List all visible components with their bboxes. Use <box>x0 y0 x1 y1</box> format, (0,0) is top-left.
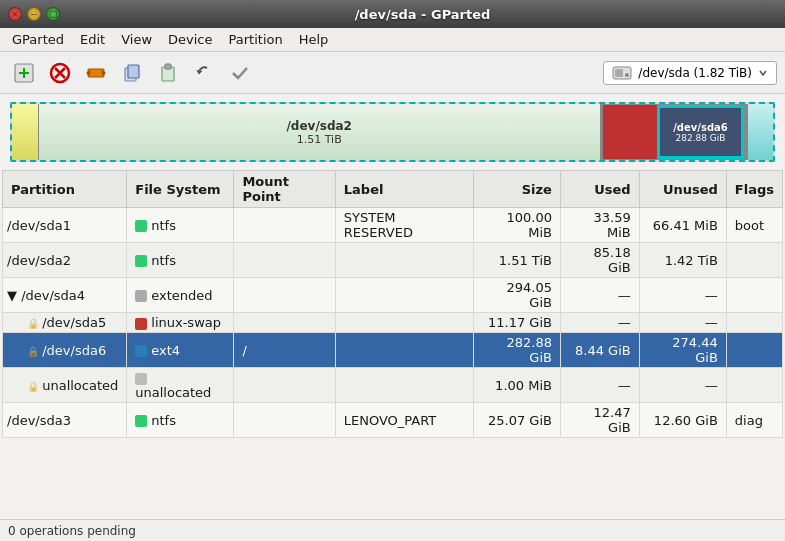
minimize-button[interactable]: − <box>27 7 41 21</box>
partition-table-container: Partition File System Mount Point Label … <box>2 170 783 519</box>
svg-rect-6 <box>88 69 104 77</box>
device-selector[interactable]: /dev/sda (1.82 TiB) <box>603 61 777 85</box>
table-row[interactable]: /dev/sda3ntfsLENOVO_PART25.07 GiB12.47 G… <box>3 403 783 438</box>
cell-filesystem: ext4 <box>127 333 234 368</box>
cell-unused: 1.42 TiB <box>639 243 726 278</box>
table-row[interactable]: 🔒 unallocatedunallocated1.00 MiB—— <box>3 368 783 403</box>
cell-filesystem: unallocated <box>127 368 234 403</box>
menu-edit[interactable]: Edit <box>72 30 113 49</box>
maximize-button[interactable]: □ <box>46 7 60 21</box>
cell-size: 1.51 TiB <box>473 243 560 278</box>
resize-button[interactable] <box>80 57 112 89</box>
col-label: Label <box>335 171 473 208</box>
cell-flags <box>726 333 782 368</box>
table-row[interactable]: /dev/sda2ntfs1.51 TiB85.18 GiB1.42 TiB <box>3 243 783 278</box>
col-used: Used <box>560 171 639 208</box>
cell-partition: ▼ /dev/sda4 <box>3 278 127 313</box>
col-mountpoint: Mount Point <box>234 171 335 208</box>
col-flags: Flags <box>726 171 782 208</box>
menu-gparted[interactable]: GParted <box>4 30 72 49</box>
cell-unused: 66.41 MiB <box>639 208 726 243</box>
cell-flags <box>726 313 782 333</box>
window-title: /dev/sda - GParted <box>68 7 777 22</box>
cell-used: — <box>560 278 639 313</box>
cell-mountpoint <box>234 208 335 243</box>
statusbar: 0 operations pending <box>0 519 785 541</box>
disk-sda1[interactable] <box>12 104 39 160</box>
cell-partition: 🔒 /dev/sda5 <box>3 313 127 333</box>
table-row[interactable]: ▼ /dev/sda4extended294.05 GiB—— <box>3 278 783 313</box>
cell-unused: 274.44 GiB <box>639 333 726 368</box>
cell-label: LENOVO_PART <box>335 403 473 438</box>
disk-sda6[interactable]: /dev/sda6 282.88 GiB <box>657 105 745 159</box>
cell-flags: diag <box>726 403 782 438</box>
cell-unused: — <box>639 313 726 333</box>
cell-unused: 12.60 GiB <box>639 403 726 438</box>
menu-view[interactable]: View <box>113 30 160 49</box>
col-unused: Unused <box>639 171 726 208</box>
cell-flags <box>726 243 782 278</box>
svg-point-15 <box>625 73 629 77</box>
menu-partition[interactable]: Partition <box>221 30 291 49</box>
svg-rect-12 <box>165 64 171 69</box>
table-row[interactable]: 🔒 /dev/sda5linux-swap11.17 GiB—— <box>3 313 783 333</box>
cell-mountpoint: / <box>234 333 335 368</box>
cell-label: SYSTEM RESERVED <box>335 208 473 243</box>
cell-filesystem: extended <box>127 278 234 313</box>
menubar: GParted Edit View Device Partition Help <box>0 28 785 52</box>
delete-button[interactable] <box>44 57 76 89</box>
cell-label <box>335 243 473 278</box>
col-partition: Partition <box>3 171 127 208</box>
disk-sda3[interactable] <box>746 104 773 160</box>
cell-label <box>335 313 473 333</box>
cell-partition: 🔒 unallocated <box>3 368 127 403</box>
cell-flags: boot <box>726 208 782 243</box>
disk-sda5[interactable] <box>603 105 657 159</box>
new-button[interactable] <box>8 57 40 89</box>
cell-filesystem: ntfs <box>127 243 234 278</box>
cell-used: 33.59 MiB <box>560 208 639 243</box>
cell-size: 282.88 GiB <box>473 333 560 368</box>
cell-unused: — <box>639 368 726 403</box>
cell-filesystem: ntfs <box>127 403 234 438</box>
table-row[interactable]: 🔒 /dev/sda6ext4/282.88 GiB8.44 GiB274.44… <box>3 333 783 368</box>
toolbar: /dev/sda (1.82 TiB) <box>0 52 785 94</box>
cell-flags <box>726 368 782 403</box>
cell-used: — <box>560 313 639 333</box>
close-button[interactable]: × <box>8 7 22 21</box>
cell-flags <box>726 278 782 313</box>
disk-sda2-label: /dev/sda2 <box>286 119 352 133</box>
cell-mountpoint <box>234 403 335 438</box>
svg-rect-14 <box>615 69 623 77</box>
cell-label <box>335 278 473 313</box>
status-text: 0 operations pending <box>8 524 136 538</box>
cell-partition: /dev/sda2 <box>3 243 127 278</box>
partition-table: Partition File System Mount Point Label … <box>2 170 783 438</box>
table-row[interactable]: /dev/sda1ntfsSYSTEM RESERVED100.00 MiB33… <box>3 208 783 243</box>
cell-filesystem: linux-swap <box>127 313 234 333</box>
cell-label <box>335 368 473 403</box>
cell-partition: 🔒 /dev/sda6 <box>3 333 127 368</box>
titlebar: × − □ /dev/sda - GParted <box>0 0 785 28</box>
cell-size: 100.00 MiB <box>473 208 560 243</box>
menu-help[interactable]: Help <box>291 30 337 49</box>
cell-mountpoint <box>234 313 335 333</box>
menu-device[interactable]: Device <box>160 30 220 49</box>
cell-size: 11.17 GiB <box>473 313 560 333</box>
undo-button[interactable] <box>188 57 220 89</box>
cell-used: — <box>560 368 639 403</box>
disk-visual: /dev/sda2 1.51 TiB /dev/sda6 282.88 GiB <box>10 102 775 162</box>
apply-button[interactable] <box>224 57 256 89</box>
copy-button[interactable] <box>116 57 148 89</box>
paste-button[interactable] <box>152 57 184 89</box>
cell-mountpoint <box>234 368 335 403</box>
cell-mountpoint <box>234 278 335 313</box>
disk-sda2[interactable]: /dev/sda2 1.51 TiB <box>39 104 602 160</box>
cell-size: 25.07 GiB <box>473 403 560 438</box>
cell-used: 85.18 GiB <box>560 243 639 278</box>
cell-used: 12.47 GiB <box>560 403 639 438</box>
cell-size: 294.05 GiB <box>473 278 560 313</box>
disk-extended: /dev/sda6 282.88 GiB <box>602 104 747 160</box>
chevron-down-icon <box>758 68 768 78</box>
window-controls: × − □ <box>8 7 60 21</box>
